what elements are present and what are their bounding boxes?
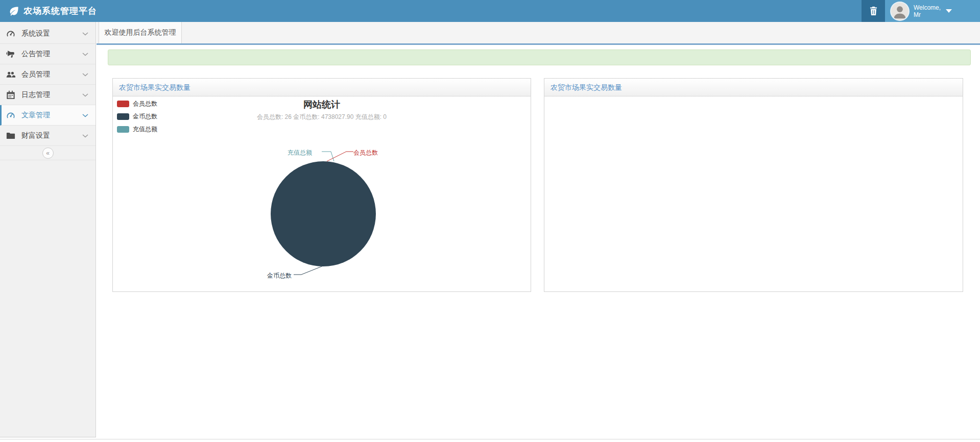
panel-title: 农贸市场果实交易数量 [544, 79, 963, 96]
page-bottom-divider [0, 439, 980, 439]
folder-icon [6, 131, 15, 140]
leader-line-gold [294, 265, 324, 275]
dashboard-icon [6, 29, 15, 38]
app-title: 农场系统管理平台 [23, 5, 97, 17]
megaphone-icon [6, 50, 15, 59]
pie-label-gold-total: 金币总数 [267, 272, 292, 280]
welcome-line1: Welcome, [914, 4, 941, 11]
panel-title: 农贸市场果实交易数量 [113, 79, 531, 96]
sidebar-item-articles[interactable]: 文章管理 [0, 105, 95, 126]
sidebar-item-members[interactable]: 会员管理 [0, 64, 95, 85]
users-icon [6, 70, 15, 79]
chevron-down-icon [82, 134, 88, 138]
chevron-down-icon [82, 73, 88, 77]
sidebar-item-label: 公告管理 [21, 50, 50, 59]
trash-icon [870, 7, 877, 15]
sidebar-collapse-row: « [0, 146, 95, 160]
sidebar-item-logs[interactable]: 日志管理 [0, 85, 95, 105]
dashboard-icon [6, 111, 15, 120]
chevron-down-icon [82, 53, 88, 56]
panel-market-trade-empty: 农贸市场果实交易数量 [544, 78, 963, 292]
sidebar-item-wealth-settings[interactable]: 财富设置 [0, 126, 95, 146]
calendar-icon [6, 90, 15, 100]
sidebar-item-system-settings[interactable]: 系统设置 [0, 23, 95, 44]
leaf-icon [8, 6, 19, 17]
pie-label-member-total: 会员总数 [353, 149, 378, 157]
panel-market-trade-chart: 农贸市场果实交易数量 网站统计 会员总数: 26 金币总数: 4738027.9… [112, 78, 531, 292]
sidebar-item-label: 文章管理 [21, 111, 50, 120]
empty-panel-body [544, 96, 963, 291]
sidebar-item-announcements[interactable]: 公告管理 [0, 44, 95, 64]
chevron-down-icon [82, 114, 88, 117]
avatar-photo [891, 3, 909, 20]
user-menu[interactable]: Welcome, Mr [885, 0, 980, 22]
welcome-line2: Mr [914, 11, 941, 18]
brand: 农场系统管理平台 [8, 0, 97, 22]
user-avatar[interactable] [891, 3, 909, 20]
pie-slice-gold-total[interactable] [271, 161, 376, 266]
chevron-down-icon [82, 93, 88, 97]
top-header-bar: 农场系统管理平台 Welcome, Mr [0, 0, 980, 22]
chevron-down-icon [82, 32, 88, 36]
chart-area: 网站统计 会员总数: 26 金币总数: 4738027.90 充值总额: 0 会… [113, 96, 531, 291]
sidebar-item-label: 系统设置 [21, 29, 50, 38]
welcome-text: Welcome, Mr [914, 4, 941, 18]
caret-down-icon[interactable] [946, 9, 952, 13]
sidebar-collapse-button[interactable]: « [42, 148, 54, 159]
sidebar-item-label: 会员管理 [21, 70, 50, 79]
tab-welcome[interactable]: 欢迎使用后台系统管理 [99, 22, 182, 43]
leader-line-member [327, 152, 353, 161]
sidebar-item-label: 日志管理 [21, 90, 50, 100]
leader-line-recharge [322, 152, 334, 161]
tab-bar: 欢迎使用后台系统管理 [97, 22, 980, 45]
admin-dashboard: 农场系统管理平台 Welcome, Mr [0, 0, 980, 442]
pie-label-recharge-total: 充值总额 [288, 149, 312, 157]
pie-chart[interactable] [113, 96, 531, 291]
sidebar: 系统设置 公告管理 会员管理 日志管理 [0, 22, 96, 437]
success-notice-banner [108, 50, 971, 65]
sidebar-item-label: 财富设置 [21, 131, 50, 140]
trash-button[interactable] [862, 0, 885, 22]
